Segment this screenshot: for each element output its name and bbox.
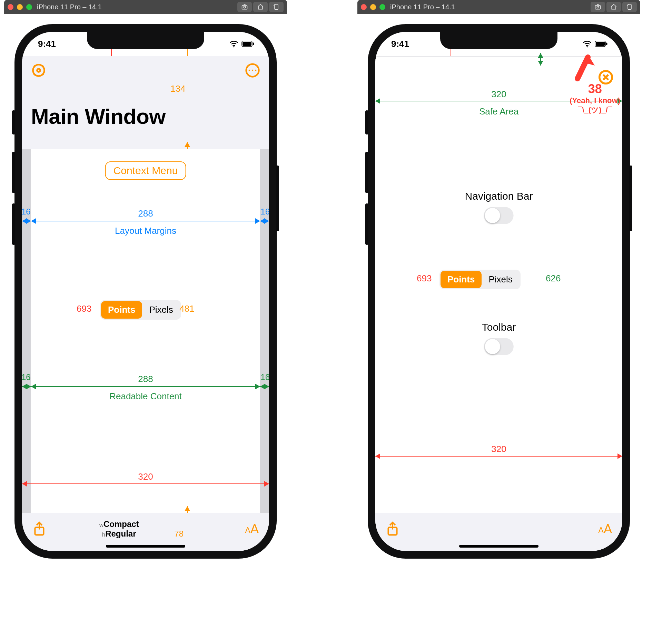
layout-margin-label: Layout Margins bbox=[115, 226, 176, 236]
segment-points[interactable]: Points bbox=[441, 271, 482, 288]
scroll-width-value: 320 bbox=[138, 471, 153, 482]
navigation-bar: 134 Main Window bbox=[22, 56, 269, 149]
rotate-button[interactable] bbox=[622, 2, 637, 12]
svg-rect-6 bbox=[253, 43, 254, 45]
wifi-icon bbox=[229, 40, 239, 48]
share-icon[interactable] bbox=[386, 521, 399, 537]
notch bbox=[87, 32, 204, 49]
svg-point-11 bbox=[252, 70, 253, 71]
mute-switch bbox=[365, 110, 368, 134]
segment-pixels[interactable]: Pixels bbox=[482, 271, 519, 288]
window-zoom-button[interactable] bbox=[26, 4, 32, 10]
svg-rect-16 bbox=[628, 4, 631, 10]
screenshot-button[interactable] bbox=[237, 2, 252, 12]
window-traffic-lights bbox=[361, 4, 385, 10]
layout-margin-left-arrow bbox=[22, 221, 31, 221]
svg-point-3 bbox=[233, 46, 235, 48]
side-button bbox=[276, 166, 279, 231]
green-height-value: 626 bbox=[546, 273, 561, 284]
volume-down-button bbox=[365, 203, 368, 245]
status-time: 9:41 bbox=[38, 39, 56, 49]
scroll-width-arrow bbox=[22, 483, 269, 484]
layout-margin-right-value: 16 bbox=[260, 207, 269, 217]
annotation-arrow-icon bbox=[571, 54, 595, 86]
navigation-bar-control: Navigation Bar bbox=[465, 190, 533, 224]
readable-right-value: 16 bbox=[260, 372, 269, 382]
simulator-title: iPhone 11 Pro – 14.1 bbox=[37, 3, 102, 11]
simulator-window-right: iPhone 11 Pro – 14.1 9:41 bbox=[357, 0, 640, 559]
readable-label: Readable Content bbox=[109, 391, 182, 402]
mute-switch bbox=[12, 110, 15, 134]
volume-up-button bbox=[365, 152, 368, 193]
svg-point-1 bbox=[244, 6, 246, 8]
window-minimize-button[interactable] bbox=[17, 4, 23, 10]
context-menu-button[interactable]: Context Menu bbox=[105, 161, 186, 180]
unit-segmented-control[interactable]: Points Pixels bbox=[439, 270, 521, 289]
red-height-value: 693 bbox=[417, 273, 432, 284]
layout-margin-center-arrow bbox=[31, 221, 260, 221]
window-traffic-lights bbox=[8, 4, 32, 10]
text-size-button[interactable]: AA bbox=[598, 522, 612, 536]
unit-segmented-control[interactable]: Points Pixels bbox=[100, 300, 181, 320]
window-close-button[interactable] bbox=[361, 4, 367, 10]
simulator-title: iPhone 11 Pro – 14.1 bbox=[390, 3, 455, 11]
size-class-w-label: w bbox=[99, 522, 103, 528]
navigation-bar-switch[interactable] bbox=[484, 207, 514, 224]
side-button bbox=[629, 166, 632, 231]
text-size-button[interactable]: AA bbox=[245, 522, 259, 536]
volume-up-button bbox=[12, 152, 15, 193]
svg-rect-5 bbox=[243, 42, 251, 46]
svg-point-15 bbox=[597, 6, 599, 8]
toolbar-control: Toolbar bbox=[482, 321, 516, 355]
size-class-h-label: h bbox=[102, 531, 105, 538]
home-button[interactable] bbox=[253, 2, 268, 12]
annotation-line-2: ¯\_(ツ)_/¯ bbox=[570, 106, 620, 114]
readable-center-value: 288 bbox=[138, 374, 153, 384]
safe-area-width-value: 320 bbox=[491, 89, 506, 100]
svg-rect-19 bbox=[596, 42, 605, 46]
segment-points[interactable]: Points bbox=[101, 301, 142, 319]
window-minimize-button[interactable] bbox=[370, 4, 376, 10]
size-class-indicator: wCompact hRegular bbox=[99, 519, 139, 539]
svg-point-12 bbox=[255, 70, 256, 71]
layout-margin-center-value: 288 bbox=[138, 208, 153, 219]
simulator-titlebar: iPhone 11 Pro – 14.1 bbox=[4, 0, 287, 14]
phone-frame: 9:41 bbox=[368, 24, 630, 559]
page-title: Main Window bbox=[31, 104, 260, 129]
segment-pixels[interactable]: Pixels bbox=[142, 301, 180, 319]
safe-area-label: Safe Area bbox=[479, 106, 518, 117]
phone-screen: 9:41 bbox=[375, 32, 622, 551]
window-close-button[interactable] bbox=[8, 4, 13, 10]
size-class-w-value: Compact bbox=[103, 519, 139, 529]
rotate-button[interactable] bbox=[269, 2, 284, 12]
volume-down-button bbox=[12, 203, 15, 245]
red-height-value: 693 bbox=[77, 303, 91, 314]
content-area: Context Menu 16 16 288 Layout Margins 69… bbox=[22, 149, 269, 513]
svg-point-17 bbox=[586, 46, 588, 48]
readable-left-arrow bbox=[22, 386, 31, 387]
share-icon[interactable] bbox=[32, 521, 46, 537]
content-area: 320 Safe Area 38 (Yeah, I know) ¯\_(ツ)_/… bbox=[375, 56, 622, 513]
svg-rect-2 bbox=[275, 4, 278, 10]
readable-right-arrow bbox=[260, 386, 269, 387]
full-width-arrow bbox=[375, 456, 622, 457]
home-button[interactable] bbox=[606, 2, 621, 12]
layout-margin-right-arrow bbox=[260, 221, 269, 221]
more-ellipsis-icon[interactable] bbox=[245, 63, 260, 78]
svg-point-10 bbox=[249, 70, 250, 71]
annotation-value: 38 bbox=[570, 81, 620, 96]
home-indicator[interactable] bbox=[106, 545, 185, 548]
margin-gutter-right bbox=[260, 149, 269, 513]
window-zoom-button[interactable] bbox=[379, 4, 385, 10]
size-class-h-value: Regular bbox=[105, 529, 136, 538]
margin-gutter-left bbox=[22, 149, 31, 513]
annotation-line-1: (Yeah, I know) bbox=[570, 96, 620, 105]
toolbar-switch[interactable] bbox=[484, 338, 514, 355]
orange-inner-height-value: 481 bbox=[179, 303, 194, 314]
battery-icon bbox=[241, 41, 255, 47]
home-indicator[interactable] bbox=[459, 545, 538, 548]
settings-gear-icon[interactable] bbox=[31, 63, 46, 78]
notch bbox=[440, 32, 557, 49]
screenshot-button[interactable] bbox=[591, 2, 605, 12]
phone-screen: 9:41 bbox=[22, 32, 269, 551]
